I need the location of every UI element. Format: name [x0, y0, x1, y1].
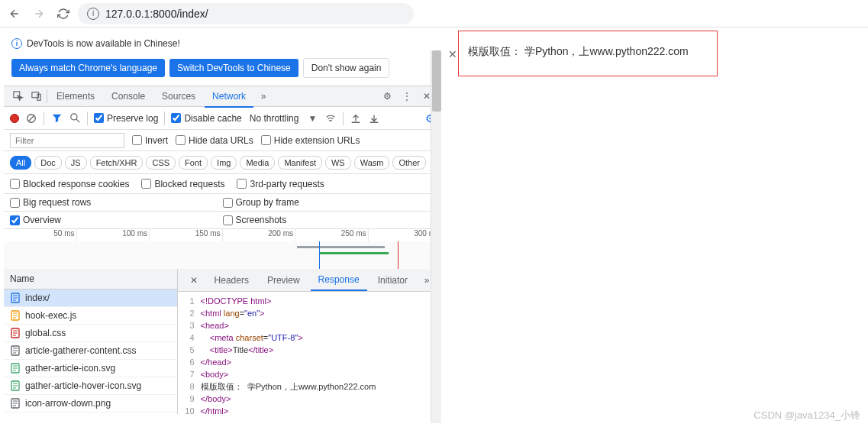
- browser-toolbar: i 127.0.0.1:8000/index/: [0, 0, 868, 27]
- hide-ext-urls-checkbox[interactable]: Hide extension URLs: [261, 135, 360, 146]
- timeline-tick: 200 ms: [223, 229, 296, 241]
- record-button[interactable]: [10, 114, 19, 123]
- css-icon: [10, 328, 21, 338]
- filter-input[interactable]: [10, 133, 124, 148]
- request-row[interactable]: hook-exec.js: [4, 307, 177, 325]
- type-filter-manifest[interactable]: Manifest: [278, 156, 322, 170]
- type-filter-other[interactable]: Other: [392, 156, 426, 170]
- name-column-header[interactable]: Name: [4, 269, 177, 290]
- screenshots-checkbox[interactable]: Screenshots: [223, 215, 436, 225]
- type-filter-row: AllDocJSFetch/XHRCSSFontImgMediaManifest…: [4, 151, 441, 174]
- tab-sources[interactable]: Sources: [154, 86, 203, 106]
- forward-button[interactable]: [32, 7, 46, 21]
- request-row[interactable]: icon-arrow-down.png: [4, 395, 177, 412]
- tab-elements[interactable]: Elements: [49, 86, 102, 106]
- search-icon[interactable]: [69, 112, 81, 125]
- detail-tab-response[interactable]: Response: [311, 270, 367, 291]
- filter-icon[interactable]: [50, 112, 63, 125]
- big-rows-checkbox[interactable]: Big request rows: [10, 197, 223, 208]
- clear-icon[interactable]: [25, 112, 37, 125]
- blocked-requests-checkbox[interactable]: Blocked requests: [141, 179, 224, 189]
- type-filter-media[interactable]: Media: [240, 156, 275, 170]
- filter-row: Invert Hide data URLs Hide extension URL…: [4, 130, 441, 151]
- tab-console[interactable]: Console: [104, 86, 153, 106]
- detail-tab-initiator[interactable]: Initiator: [370, 270, 415, 290]
- timeline-tick: 150 ms: [150, 229, 223, 241]
- type-filter-img[interactable]: Img: [211, 156, 237, 170]
- settings-icon[interactable]: ⚙: [379, 88, 395, 105]
- network-toolbar: Preserve log Disable cache No throttling…: [4, 107, 441, 130]
- invert-checkbox[interactable]: Invert: [132, 135, 168, 146]
- throttling-select[interactable]: No throttling: [248, 112, 301, 125]
- nav-buttons: [8, 7, 70, 21]
- request-row[interactable]: gather-article-hover-icon.svg: [4, 377, 177, 395]
- upload-icon[interactable]: [350, 112, 362, 125]
- request-name: global.css: [25, 328, 66, 338]
- chevron-down-icon[interactable]: ▼: [306, 112, 318, 125]
- third-party-checkbox[interactable]: 3rd-party requests: [237, 179, 324, 189]
- divider: [87, 112, 88, 125]
- request-row[interactable]: icon-edit-white.png: [4, 412, 177, 414]
- address-bar[interactable]: i 127.0.0.1:8000/index/: [78, 3, 414, 24]
- request-row[interactable]: article-gatherer-content.css: [4, 342, 177, 360]
- tab-network[interactable]: Network: [205, 86, 253, 108]
- img-icon: [10, 398, 21, 409]
- js-icon: [10, 310, 21, 321]
- detail-tab-strip: ✕ HeadersPreviewResponseInitiator »: [178, 269, 441, 292]
- type-filter-js[interactable]: JS: [65, 156, 87, 170]
- blocked-cookies-checkbox[interactable]: Blocked response cookies: [10, 179, 129, 189]
- timeline-bar: [297, 246, 385, 248]
- back-button[interactable]: [8, 7, 21, 21]
- more-icon[interactable]: ⋮: [399, 88, 415, 105]
- wifi-icon[interactable]: [324, 112, 337, 125]
- more-tabs-icon[interactable]: »: [255, 88, 272, 105]
- devtools-panel: i DevTools is now available in Chinese! …: [4, 32, 441, 423]
- reload-button[interactable]: [56, 7, 70, 21]
- watermark: CSDN @java1234_小锋: [753, 409, 860, 422]
- switch-chinese-button[interactable]: Switch DevTools to Chinese: [169, 59, 298, 77]
- doc-icon: [10, 293, 21, 303]
- response-body[interactable]: 12345678910 <!DOCTYPE html> <html lang="…: [178, 292, 441, 414]
- close-icon[interactable]: ✕: [448, 48, 457, 60]
- hide-data-urls-checkbox[interactable]: Hide data URLs: [176, 135, 253, 146]
- url-text: 127.0.0.1:8000/index/: [105, 8, 208, 20]
- inspect-icon[interactable]: [10, 88, 27, 105]
- download-icon[interactable]: [368, 112, 380, 125]
- disable-cache-checkbox[interactable]: Disable cache: [171, 113, 241, 124]
- network-timeline[interactable]: 50 ms100 ms150 ms200 ms250 ms300 ms: [4, 229, 441, 269]
- img-icon: [10, 363, 21, 374]
- options-row: Blocked response cookies Blocked request…: [4, 174, 441, 194]
- overview-checkbox[interactable]: Overview: [10, 215, 223, 225]
- site-info-icon[interactable]: i: [87, 8, 99, 20]
- info-icon: i: [11, 38, 22, 49]
- type-filter-css[interactable]: CSS: [146, 156, 176, 170]
- request-name: index/: [25, 293, 50, 303]
- timeline-body: [4, 241, 441, 269]
- request-row[interactable]: gather-article-icon.svg: [4, 360, 177, 377]
- devtools-locale-notice: i DevTools is now available in Chinese!: [4, 32, 441, 55]
- timeline-tick: 250 ms: [295, 229, 369, 241]
- type-filter-wasm[interactable]: Wasm: [354, 156, 390, 170]
- request-name: gather-article-hover-icon.svg: [25, 380, 141, 391]
- timeline-bar: [319, 252, 389, 254]
- device-icon[interactable]: [28, 88, 45, 105]
- type-filter-all[interactable]: All: [10, 156, 31, 170]
- type-filter-font[interactable]: Font: [179, 156, 208, 170]
- locale-buttons: Always match Chrome's language Switch De…: [4, 55, 441, 86]
- detail-tab-preview[interactable]: Preview: [260, 270, 308, 290]
- close-detail-icon[interactable]: ✕: [184, 272, 204, 289]
- type-filter-fetch-xhr[interactable]: Fetch/XHR: [90, 156, 144, 170]
- request-detail: ✕ HeadersPreviewResponseInitiator » 1234…: [178, 269, 441, 414]
- detail-tab-headers[interactable]: Headers: [207, 270, 257, 290]
- page-output-box: ✕ 模版取值： 学Python，上www.python222.com: [458, 31, 718, 76]
- request-row[interactable]: global.css: [4, 325, 177, 342]
- type-filter-doc[interactable]: Doc: [34, 156, 62, 170]
- type-filter-ws[interactable]: WS: [325, 156, 351, 170]
- dismiss-button[interactable]: Don't show again: [303, 58, 390, 78]
- request-name: icon-arrow-down.png: [25, 398, 111, 409]
- request-row[interactable]: index/: [4, 290, 177, 307]
- group-frame-checkbox[interactable]: Group by frame: [223, 197, 436, 208]
- timeline-tick: 50 ms: [4, 229, 77, 241]
- match-language-button[interactable]: Always match Chrome's language: [11, 59, 165, 77]
- preserve-log-checkbox[interactable]: Preserve log: [94, 113, 158, 124]
